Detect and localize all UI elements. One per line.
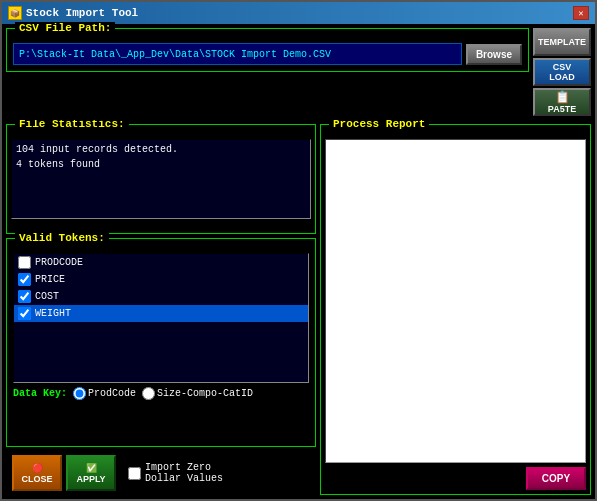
- import-zero-checkbox[interactable]: [128, 467, 141, 480]
- radio-size-compo-label[interactable]: Size-Compo-CatID: [142, 387, 253, 400]
- window-close-button[interactable]: ✕: [573, 6, 589, 20]
- right-panel: Process Report COPY: [320, 124, 591, 495]
- top-section: CSV File Path: P:\Stack-It Data\_App_Dev…: [2, 24, 595, 120]
- apply-label: APPLY: [76, 474, 105, 484]
- apply-icon: ✅: [86, 463, 97, 473]
- close-button[interactable]: 🔴 CLOSE: [12, 455, 62, 491]
- token-label-price: PRICE: [35, 274, 65, 285]
- csv-load-button[interactable]: CSV LOAD: [533, 58, 591, 86]
- radio-prodcode-text: ProdCode: [88, 388, 136, 399]
- file-stats-group: File Statistics: 104 input records detec…: [6, 124, 316, 234]
- process-report-content: [325, 139, 586, 463]
- token-item-price[interactable]: PRICE: [14, 271, 308, 288]
- token-label-weight: WEIGHT: [35, 308, 71, 319]
- left-panel: File Statistics: 104 input records detec…: [6, 124, 316, 495]
- valid-tokens-group: Valid Tokens: PRODCODE PRICE COST: [6, 238, 316, 447]
- token-label-cost: COST: [35, 291, 59, 302]
- token-item-weight[interactable]: WEIGHT: [14, 305, 308, 322]
- main-window: 📦 Stock Import Tool ✕ CSV File Path: P:\…: [0, 0, 597, 501]
- token-checkbox-cost[interactable]: [18, 290, 31, 303]
- close-label: CLOSE: [21, 474, 52, 484]
- token-item-cost[interactable]: COST: [14, 288, 308, 305]
- process-report-label: Process Report: [329, 120, 429, 130]
- radio-size-compo[interactable]: [142, 387, 155, 400]
- close-icon: 🔴: [32, 463, 43, 473]
- file-stats-content: 104 input records detected. 4 tokens fou…: [11, 139, 311, 219]
- apply-button[interactable]: ✅ APPLY: [66, 455, 116, 491]
- right-button-group: TEMPLATE CSV LOAD 📋 PA5TE: [533, 28, 591, 116]
- browse-button[interactable]: Browse: [466, 44, 522, 65]
- file-stats-line1: 104 input records detected.: [16, 144, 306, 155]
- window-title: Stock Import Tool: [26, 7, 138, 19]
- token-label-prodcode: PRODCODE: [35, 257, 83, 268]
- data-key-label: Data Key:: [13, 388, 67, 399]
- csv-load-label: CSV: [553, 62, 572, 72]
- paste-icon: 📋: [555, 90, 570, 104]
- valid-tokens-label: Valid Tokens:: [15, 232, 109, 244]
- token-checkbox-prodcode[interactable]: [18, 256, 31, 269]
- token-checkbox-price[interactable]: [18, 273, 31, 286]
- radio-prodcode[interactable]: [73, 387, 86, 400]
- csv-input-row: P:\Stack-It Data\_App_Dev\Data\STOCK Imp…: [13, 43, 522, 65]
- paste-label: PA5TE: [548, 104, 576, 114]
- copy-button[interactable]: COPY: [526, 467, 586, 490]
- main-content: File Statistics: 104 input records detec…: [2, 120, 595, 499]
- paste-button[interactable]: 📋 PA5TE: [533, 88, 591, 116]
- csv-path-group: CSV File Path: P:\Stack-It Data\_App_Dev…: [6, 28, 529, 72]
- bottom-bar: 🔴 CLOSE ✅ APPLY Import ZeroDollar Values: [6, 451, 316, 495]
- template-button[interactable]: TEMPLATE: [533, 28, 591, 56]
- process-report-group: Process Report COPY: [320, 124, 591, 495]
- file-stats-line2: 4 tokens found: [16, 159, 306, 170]
- app-icon: 📦: [8, 6, 22, 20]
- token-checkbox-weight[interactable]: [18, 307, 31, 320]
- csv-path-section: CSV File Path: P:\Stack-It Data\_App_Dev…: [6, 28, 529, 116]
- radio-prodcode-label[interactable]: ProdCode: [73, 387, 136, 400]
- radio-group: ProdCode Size-Compo-CatID: [73, 387, 253, 400]
- title-bar: 📦 Stock Import Tool ✕: [2, 2, 595, 24]
- tokens-list: PRODCODE PRICE COST WEIGHT: [13, 253, 309, 383]
- import-zero-label: Import ZeroDollar Values: [145, 462, 223, 484]
- radio-size-compo-text: Size-Compo-CatID: [157, 388, 253, 399]
- file-stats-label: File Statistics:: [15, 120, 129, 130]
- csv-path-display: P:\Stack-It Data\_App_Dev\Data\STOCK Imp…: [13, 43, 462, 65]
- data-key-row: Data Key: ProdCode Size-Compo-CatID: [13, 383, 309, 400]
- title-bar-left: 📦 Stock Import Tool: [8, 6, 138, 20]
- csv-path-label: CSV File Path:: [15, 22, 115, 34]
- import-zero-row: Import ZeroDollar Values: [128, 462, 223, 484]
- token-item-prodcode[interactable]: PRODCODE: [14, 254, 308, 271]
- csv-load-label2: LOAD: [549, 72, 575, 82]
